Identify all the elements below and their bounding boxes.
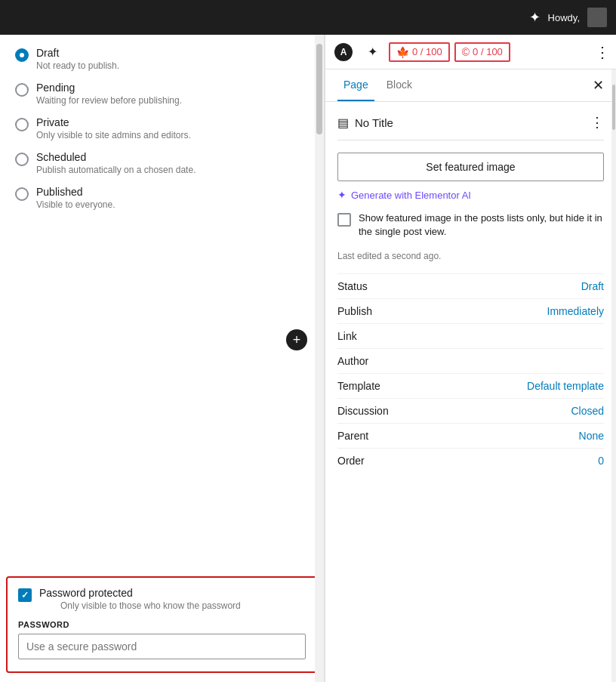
radio-draft[interactable] <box>15 48 29 62</box>
meta-row-status: StatusDraft <box>337 273 604 298</box>
meta-row-discussion: DiscussionClosed <box>337 398 604 423</box>
astra-icon-button[interactable]: A <box>331 40 356 64</box>
meta-row-template: TemplateDefault template <box>337 373 604 398</box>
visibility-option-pending[interactable]: Pending Waiting for review before publis… <box>15 82 309 106</box>
meta-row-publish: PublishImmediately <box>337 298 604 323</box>
add-block-button[interactable]: + <box>286 329 307 350</box>
left-scrollbar <box>315 35 324 682</box>
meta-value[interactable]: Default template <box>527 380 604 392</box>
editor-toolbar: A ✦ 🍁 0 / 100 © 0 / 100 ⋮ <box>325 35 616 69</box>
set-featured-image-button[interactable]: Set featured image <box>337 153 604 181</box>
post-icon: ▤ <box>337 116 349 130</box>
score2-icon: © <box>462 46 470 58</box>
password-protected-desc: Only visible to those who know the passw… <box>60 600 241 611</box>
sparkle-icon: ✦ <box>529 9 541 26</box>
published-desc: Visible to everyone. <box>36 199 116 210</box>
score1-icon: 🍁 <box>396 46 409 58</box>
meta-label: Parent <box>337 430 368 442</box>
elementor-ai-link[interactable]: ✦ Generate with Elementor AI <box>337 189 604 201</box>
draft-desc: Not ready to publish. <box>36 60 119 71</box>
visibility-list: Draft Not ready to publish. Pending Wait… <box>0 35 324 576</box>
right-scrollbar <box>611 69 616 682</box>
user-avatar[interactable] <box>587 8 607 27</box>
radio-published[interactable] <box>15 187 29 201</box>
visibility-option-private[interactable]: Private Only visible to site admins and … <box>15 116 309 140</box>
left-scroll-thumb <box>316 44 322 134</box>
tab-block[interactable]: Block <box>380 69 418 101</box>
howdy-text: Howdy, <box>548 12 580 23</box>
sparkle-button[interactable]: ✦ <box>360 40 384 64</box>
radio-pending[interactable] <box>15 83 29 97</box>
post-title-text: No Title <box>355 116 393 129</box>
meta-row-author: Author <box>337 348 604 373</box>
radio-scheduled[interactable] <box>15 153 29 166</box>
pending-desc: Waiting for review before publishing. <box>36 95 182 106</box>
meta-row-order: Order0 <box>337 448 604 473</box>
visibility-option-scheduled[interactable]: Scheduled Publish automatically on a cho… <box>15 151 309 175</box>
score1-value: 0 / 100 <box>412 46 442 57</box>
post-title-left: ▤ No Title <box>337 116 393 130</box>
private-label: Private <box>36 116 191 128</box>
meta-rows: StatusDraftPublishImmediatelyLinkAuthorT… <box>337 273 604 473</box>
sidebar-close-button[interactable]: ✕ <box>593 77 604 94</box>
meta-label: Link <box>337 330 357 342</box>
show-featured-checkbox[interactable] <box>337 213 351 227</box>
meta-row-parent: ParentNone <box>337 423 604 448</box>
meta-value[interactable]: 0 <box>598 455 604 467</box>
sidebar-tabs: Page Block ✕ <box>325 69 616 102</box>
meta-row-link: Link <box>337 323 604 348</box>
visibility-option-draft[interactable]: Draft Not ready to publish. <box>15 47 309 71</box>
score2-badge[interactable]: © 0 / 100 <box>454 42 510 62</box>
password-checkbox[interactable] <box>18 588 32 602</box>
private-desc: Only visible to site admins and editors. <box>36 130 191 140</box>
right-scroll-thumb <box>612 85 615 130</box>
radio-private[interactable] <box>15 118 29 131</box>
meta-label: Order <box>337 455 365 467</box>
meta-value[interactable]: None <box>579 430 604 442</box>
sparkle-icon: ✦ <box>368 45 377 59</box>
password-field-label: PASSWORD <box>18 620 306 629</box>
show-featured-label: Show featured image in the posts lists o… <box>359 211 604 239</box>
elementor-sparkle-icon: ✦ <box>337 189 346 201</box>
password-protected-section: Password protected Only visible to those… <box>6 576 318 673</box>
astra-icon: A <box>334 43 353 61</box>
meta-label: Status <box>337 280 368 292</box>
visibility-option-published[interactable]: Published Visible to everyone. <box>15 186 309 210</box>
scheduled-label: Scheduled <box>36 151 196 163</box>
right-panel: A ✦ 🍁 0 / 100 © 0 / 100 ⋮ Page Block ✕ <box>325 35 616 682</box>
scheduled-desc: Publish automatically on a chosen date. <box>36 165 196 175</box>
score2-value: 0 / 100 <box>473 46 503 57</box>
sidebar-content: ▤ No Title ⋮ Set featured image ✦ Genera… <box>325 102 616 682</box>
meta-value[interactable]: Draft <box>581 280 604 292</box>
main-layout: Draft Not ready to publish. Pending Wait… <box>0 35 616 682</box>
post-title-section: ▤ No Title ⋮ <box>337 114 604 140</box>
meta-value[interactable]: Closed <box>571 405 604 417</box>
meta-label: Discussion <box>337 405 389 417</box>
meta-label: Template <box>337 380 380 392</box>
draft-label: Draft <box>36 47 119 59</box>
last-edited: Last edited a second ago. <box>337 251 604 261</box>
password-protected-row: Password protected Only visible to those… <box>18 587 306 611</box>
meta-label: Publish <box>337 305 372 317</box>
meta-value[interactable]: Immediately <box>547 305 604 317</box>
meta-label: Author <box>337 355 368 367</box>
published-label: Published <box>36 186 116 198</box>
tab-page[interactable]: Page <box>337 69 374 101</box>
score1-badge[interactable]: 🍁 0 / 100 <box>389 42 450 62</box>
elementor-ai-label: Generate with Elementor AI <box>351 190 471 201</box>
post-more-button[interactable]: ⋮ <box>590 114 604 131</box>
left-panel: Draft Not ready to publish. Pending Wait… <box>0 35 325 682</box>
password-protected-label: Password protected <box>39 587 241 599</box>
toolbar-more-button[interactable]: ⋮ <box>595 43 610 61</box>
pending-label: Pending <box>36 82 182 94</box>
top-bar: ✦ Howdy, <box>0 0 616 35</box>
password-input[interactable] <box>18 634 306 659</box>
show-featured-row: Show featured image in the posts lists o… <box>337 211 604 239</box>
